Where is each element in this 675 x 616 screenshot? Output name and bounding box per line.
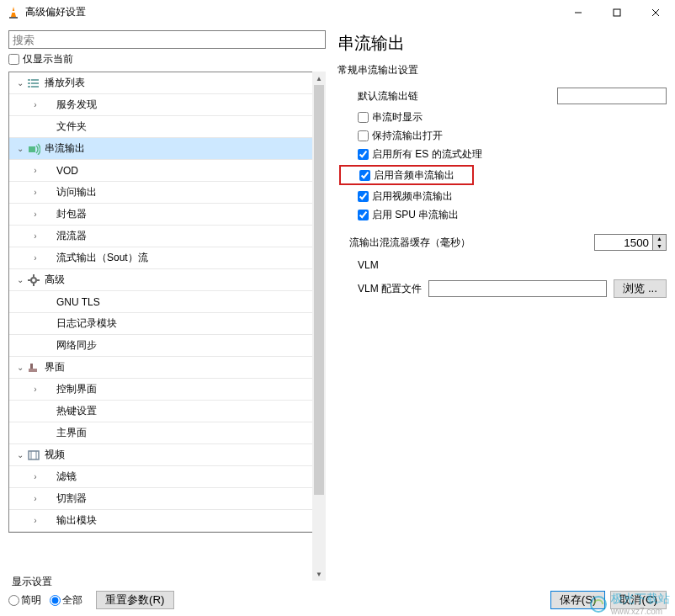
tree-item-label: 高级	[45, 273, 65, 287]
svg-rect-19	[29, 369, 37, 372]
brush-icon	[26, 361, 41, 374]
tree-item[interactable]: ›VOD	[9, 160, 325, 182]
vlc-icon	[7, 6, 20, 19]
mux-spinner[interactable]: ▲▼	[653, 234, 667, 251]
category-tree[interactable]: ⌄播放列表›服务发现·文件夹⌄串流输出›VOD›访问输出›封包器›混流器›流式输…	[8, 72, 326, 533]
tree-item[interactable]: ›输出模块	[9, 510, 325, 532]
reset-button[interactable]: 重置参数(R)	[96, 591, 174, 609]
tree-item-label: 文件夹	[56, 119, 87, 134]
tree-item[interactable]: ›访问输出	[9, 182, 325, 204]
chevron-right-icon[interactable]: ›	[29, 385, 41, 394]
check-video-stream[interactable]: 启用视频串流输出	[358, 189, 667, 204]
chevron-down-icon[interactable]: ⌄	[14, 363, 26, 372]
tree-item[interactable]: ›控制界面	[9, 379, 325, 401]
svg-rect-4	[614, 9, 620, 16]
tree-item[interactable]: ⌄高级	[9, 269, 325, 291]
window-title: 高级偏好设置	[25, 5, 559, 19]
svg-rect-8	[31, 79, 39, 81]
chevron-right-icon[interactable]: ›	[29, 253, 41, 263]
tree-item[interactable]: ›切割器	[9, 488, 325, 510]
chevron-right-icon[interactable]: ›	[29, 166, 41, 175]
bottom-bar: 显示设置 简明 全部 重置参数(R) 保存(S) 取消(C)	[8, 576, 667, 609]
vlm-group-title: VLM	[358, 259, 667, 271]
tree-item-label: 混流器	[56, 229, 87, 243]
tree-item[interactable]: ⌄串流输出	[9, 138, 325, 160]
tree-item-label: VOD	[56, 165, 78, 177]
tree-item-label: 控制界面	[56, 382, 97, 396]
radio-all[interactable]: 全部	[50, 593, 82, 608]
tree-item-label: 滤镜	[56, 470, 77, 484]
chevron-down-icon[interactable]: ⌄	[14, 275, 26, 284]
check-spu-stream[interactable]: 启用 SPU 串流输出	[358, 207, 667, 222]
gear-icon	[26, 273, 41, 287]
svg-rect-12	[31, 86, 39, 88]
browse-button[interactable]: 浏览 ...	[614, 279, 667, 298]
chevron-right-icon[interactable]: ›	[29, 100, 41, 109]
tree-item[interactable]: ⌄视频	[9, 444, 325, 466]
tree-item-label: GNU TLS	[56, 296, 100, 308]
cancel-button[interactable]: 取消(C)	[610, 591, 667, 609]
svg-rect-21	[29, 451, 39, 459]
svg-rect-1	[11, 11, 16, 13]
show-current-checkbox[interactable]: 仅显示当前	[8, 52, 326, 66]
tree-item-label: 界面	[45, 360, 65, 374]
tree-item[interactable]: ⌄界面	[9, 357, 325, 379]
chevron-right-icon[interactable]: ›	[29, 494, 41, 503]
tree-item[interactable]: ·日志记录模块	[9, 313, 325, 335]
tree-item-label: 服务发现	[56, 98, 97, 112]
svg-rect-13	[29, 146, 35, 152]
tree-scrollbar[interactable]: ▲ ▼	[312, 72, 326, 581]
tree-item[interactable]: ›封包器	[9, 204, 325, 226]
minimize-button[interactable]	[559, 0, 598, 25]
close-button[interactable]	[636, 0, 675, 25]
tree-item-label: 播放列表	[45, 76, 85, 90]
chevron-right-icon[interactable]: ›	[29, 516, 41, 525]
tree-item[interactable]: ·热键设置	[9, 401, 325, 422]
chain-label: 默认流输出链	[358, 89, 418, 104]
tree-item[interactable]: ›滤镜	[9, 466, 325, 488]
tree-item-label: 串流输出	[45, 141, 85, 156]
display-settings-label: 显示设置	[12, 575, 174, 589]
tree-item[interactable]: ⌄播放列表	[9, 72, 325, 94]
tree-item-label: 访问输出	[56, 185, 97, 199]
mux-value-input[interactable]	[594, 234, 653, 251]
save-button[interactable]: 保存(S)	[550, 591, 606, 609]
film-icon	[26, 449, 41, 462]
chevron-down-icon[interactable]: ⌄	[14, 450, 26, 459]
titlebar: 高级偏好设置	[0, 0, 675, 25]
check-audio-stream[interactable]	[359, 170, 370, 181]
check-stream-display[interactable]: 串流时显示	[358, 109, 667, 125]
tree-item[interactable]: ·网络同步	[9, 335, 325, 357]
tree-item[interactable]: ·文件夹	[9, 116, 325, 138]
check-keep-open[interactable]: 保持流输出打开	[358, 128, 667, 143]
highlighted-option: 启用音频串流输出	[339, 165, 474, 185]
radio-simple[interactable]: 简明	[8, 593, 41, 608]
chevron-down-icon[interactable]: ⌄	[14, 144, 26, 153]
svg-rect-7	[28, 79, 30, 81]
chevron-right-icon[interactable]: ›	[29, 210, 41, 219]
tree-item-label: 切割器	[56, 491, 87, 506]
chain-input[interactable]	[557, 88, 667, 104]
tree-item-label: 流式输出（Sout）流	[56, 251, 148, 265]
tree-item[interactable]: ·主界面	[9, 422, 325, 444]
vlm-config-input[interactable]	[428, 280, 607, 297]
page-title: 串流输出	[338, 32, 667, 55]
list-icon	[26, 77, 41, 90]
svg-rect-10	[31, 82, 39, 84]
scroll-up-icon[interactable]: ▲	[312, 72, 326, 85]
tree-item[interactable]: ·GNU TLS	[9, 291, 325, 313]
chevron-right-icon[interactable]: ›	[29, 231, 41, 241]
check-all-es[interactable]: 启用所有 ES 的流式处理	[358, 146, 667, 162]
search-input[interactable]	[8, 30, 326, 49]
tree-item[interactable]: ›流式输出（Sout）流	[9, 247, 325, 269]
chevron-right-icon[interactable]: ›	[29, 472, 41, 481]
vlm-config-label: VLM 配置文件	[358, 282, 422, 296]
svg-rect-20	[30, 364, 33, 369]
chevron-down-icon[interactable]: ⌄	[14, 78, 26, 88]
stream-icon	[26, 142, 41, 156]
maximize-button[interactable]	[598, 0, 636, 25]
tree-item-label: 热键设置	[56, 404, 97, 418]
tree-item[interactable]: ›混流器	[9, 226, 325, 247]
tree-item[interactable]: ›服务发现	[9, 94, 325, 116]
chevron-right-icon[interactable]: ›	[29, 188, 41, 197]
